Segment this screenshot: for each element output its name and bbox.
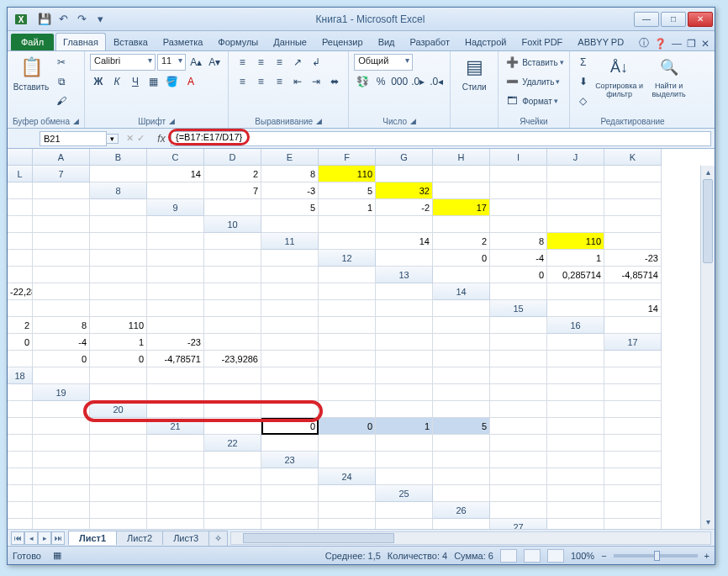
shrink-font-icon[interactable]: A▾ [206, 54, 223, 71]
view-break-button[interactable] [547, 549, 564, 563]
cell-F11[interactable] [604, 233, 662, 250]
cell-J21[interactable] [33, 435, 90, 452]
cell-C9[interactable]: 1 [319, 199, 376, 216]
cell-F16[interactable] [204, 334, 261, 351]
cell-L11[interactable] [261, 250, 319, 267]
cell-J19[interactable] [604, 384, 662, 401]
cell-G26[interactable] [147, 519, 204, 529]
cell-C17[interactable]: 0 [90, 351, 147, 367]
tab-developer[interactable]: Разработ [403, 33, 457, 50]
clipboard-dialog-launcher-icon[interactable]: ◢ [73, 117, 79, 126]
col-header-K[interactable]: K [604, 149, 662, 166]
cell-L17[interactable] [604, 351, 662, 367]
cell-C16[interactable]: -4 [33, 334, 90, 351]
cell-C7[interactable]: 2 [204, 166, 261, 182]
cell-K11[interactable] [204, 250, 261, 267]
ribbon-minimize-icon[interactable]: ⓘ [639, 36, 649, 50]
save-icon[interactable]: 💾 [36, 11, 53, 28]
cell-F26[interactable] [90, 519, 147, 529]
cell-A19[interactable] [90, 384, 147, 401]
cell-I14[interactable] [261, 300, 319, 317]
cell-J13[interactable] [261, 283, 319, 300]
row-header-7[interactable]: 7 [33, 166, 90, 182]
cell-C24[interactable] [490, 468, 547, 485]
cell-J8[interactable] [8, 199, 33, 216]
cell-I12[interactable] [147, 267, 204, 283]
cell-E22[interactable] [490, 435, 547, 452]
cell-K12[interactable] [261, 267, 319, 283]
cell-I7[interactable] [547, 166, 604, 182]
tab-abbyy[interactable]: ABBYY PD [570, 33, 631, 50]
cell-G16[interactable] [261, 334, 319, 351]
styles-button[interactable]: ▤ Стили [456, 54, 493, 92]
cell-J25[interactable] [261, 502, 319, 519]
cell-K20[interactable] [33, 418, 90, 435]
vertical-scrollbar[interactable]: ▴ ▾ [700, 166, 715, 529]
cell-G17[interactable] [319, 351, 376, 367]
cell-C25[interactable] [547, 485, 604, 502]
tab-formulas[interactable]: Формулы [210, 33, 266, 50]
cell-E9[interactable]: 17 [433, 199, 490, 216]
underline-button[interactable]: Ч [127, 73, 144, 90]
cell-H19[interactable] [490, 384, 547, 401]
cell-B25[interactable] [490, 485, 547, 502]
sheet-nav-next-icon[interactable]: ▸ [38, 531, 51, 545]
zoom-handle[interactable] [654, 551, 660, 561]
cell-F15[interactable] [147, 317, 204, 334]
cancel-formula-icon[interactable]: ✕ [126, 133, 134, 144]
align-left-icon[interactable]: ≡ [234, 73, 251, 90]
cell-B20[interactable] [204, 401, 261, 418]
cell-D17[interactable]: -4,78571 [147, 351, 204, 367]
tab-home[interactable]: Главная [55, 33, 106, 50]
fill-icon[interactable]: ⬇ [575, 73, 592, 90]
cell-K8[interactable] [33, 199, 90, 216]
format-painter-button[interactable]: 🖌 [53, 92, 70, 109]
cell-B11[interactable]: 14 [376, 233, 433, 250]
sheet-nav-last-icon[interactable]: ⏭ [51, 531, 65, 545]
horizontal-scrollbar[interactable] [230, 531, 711, 545]
cell-K25[interactable] [319, 502, 376, 519]
cell-E11[interactable]: 110 [547, 233, 604, 250]
row-header-10[interactable]: 10 [204, 216, 261, 233]
col-header-L[interactable]: L [8, 166, 33, 182]
cell-K24[interactable] [261, 485, 319, 502]
cell-G18[interactable] [376, 367, 433, 384]
cell-E25[interactable] [8, 502, 33, 519]
cell-I8[interactable] [604, 182, 662, 199]
cell-F9[interactable] [490, 199, 547, 216]
cell-L9[interactable] [147, 216, 204, 233]
sheet-tab-1[interactable]: Лист1 [68, 531, 117, 545]
cell-K10[interactable] [147, 233, 204, 250]
cell-H23[interactable] [33, 468, 90, 485]
cell-H10[interactable] [8, 233, 33, 250]
cell-A18[interactable] [33, 367, 90, 384]
cell-L7[interactable] [33, 182, 90, 199]
merge-icon[interactable]: ⬌ [326, 73, 343, 90]
cell-B19[interactable] [147, 384, 204, 401]
cell-E18[interactable] [261, 367, 319, 384]
cell-A15[interactable] [547, 300, 604, 317]
cell-H12[interactable] [90, 267, 147, 283]
excel-icon[interactable]: X [11, 11, 31, 28]
cell-D16[interactable]: 1 [90, 334, 147, 351]
cell-E13[interactable]: -22,2857 [8, 283, 33, 300]
sheet-tab-2[interactable]: Лист2 [116, 531, 163, 545]
cell-H20[interactable] [547, 401, 604, 418]
cell-I11[interactable] [90, 250, 147, 267]
fx-icon[interactable]: fx [152, 133, 171, 145]
row-header-8[interactable]: 8 [90, 182, 147, 199]
align-bottom-icon[interactable]: ≡ [271, 54, 288, 71]
cell-L22[interactable] [204, 452, 261, 468]
cell-L25[interactable] [376, 502, 433, 519]
cell-C23[interactable] [433, 452, 490, 468]
redo-icon[interactable]: ↷ [73, 11, 90, 28]
cell-H8[interactable] [547, 182, 604, 199]
cell-I26[interactable] [261, 519, 319, 529]
cell-E15[interactable]: 110 [90, 317, 147, 334]
cell-A13[interactable] [433, 267, 490, 283]
wrap-text-icon[interactable]: ↲ [308, 54, 324, 71]
align-top-icon[interactable]: ≡ [234, 54, 251, 71]
cell-B17[interactable]: 0 [33, 351, 90, 367]
cell-K15[interactable] [433, 317, 490, 334]
cell-L12[interactable] [319, 267, 376, 283]
